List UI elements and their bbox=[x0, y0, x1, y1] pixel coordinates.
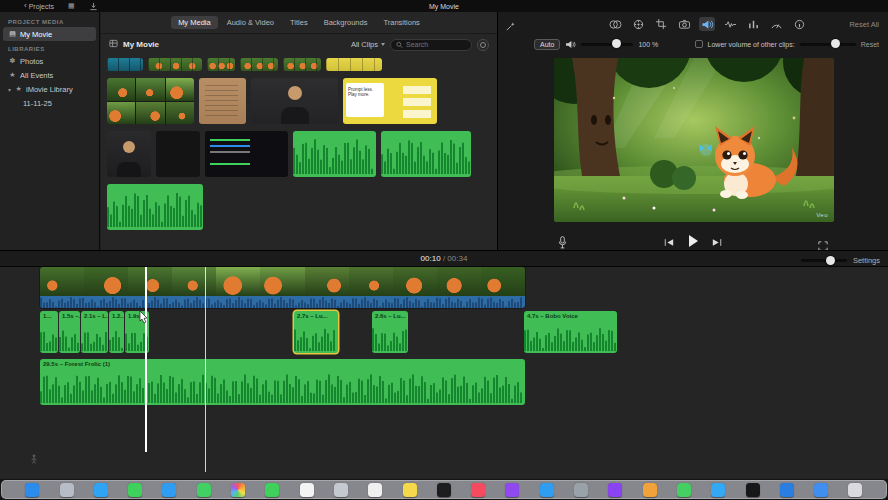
noise-reduction-icon[interactable] bbox=[722, 17, 738, 31]
dock-icon-numbers[interactable] bbox=[677, 483, 691, 497]
media-thumbnail-webcam[interactable] bbox=[251, 78, 338, 124]
media-thumbnail-strip-fox[interactable] bbox=[283, 58, 321, 71]
dock-icon-maps[interactable] bbox=[197, 483, 211, 497]
media-thumbnail-slides[interactable]: Prompt less. Play more. bbox=[343, 78, 437, 124]
dock-icon-calendar[interactable] bbox=[300, 483, 314, 497]
dock-icon-imovie[interactable] bbox=[608, 483, 622, 497]
dock-icon-facetime[interactable] bbox=[265, 483, 279, 497]
dock-icon-downloads[interactable] bbox=[814, 483, 828, 497]
dock-icon-music[interactable] bbox=[471, 483, 485, 497]
lower-volume-checkbox[interactable] bbox=[695, 40, 703, 48]
timeline[interactable]: 1...1.5s –...2.1s – L...1.2...1.9s...2.7… bbox=[0, 267, 888, 480]
sidebar-item-all-events[interactable]: ★All Events bbox=[3, 68, 96, 82]
info-icon[interactable] bbox=[791, 17, 807, 31]
clips-filter-dropdown[interactable]: All Clips bbox=[351, 40, 385, 49]
search-box[interactable] bbox=[390, 39, 472, 51]
media-thumbnail-audio[interactable] bbox=[381, 131, 471, 177]
dock-icon-settings[interactable] bbox=[574, 483, 588, 497]
lower-volume-knob[interactable] bbox=[831, 39, 840, 48]
media-thumbnail-fox-grid[interactable] bbox=[107, 78, 194, 124]
dock-icon-tv[interactable] bbox=[437, 483, 451, 497]
reset-button[interactable]: Reset bbox=[861, 41, 879, 48]
tab-titles[interactable]: Titles bbox=[283, 16, 315, 29]
crop-icon[interactable] bbox=[653, 17, 669, 31]
timeline-audio-clip[interactable]: 1... bbox=[40, 311, 58, 353]
dock-icon-safari[interactable] bbox=[94, 483, 108, 497]
media-thumbnail-strip-fox[interactable] bbox=[240, 58, 278, 71]
sidebar-item-my-movie[interactable]: ▤My Movie bbox=[3, 27, 96, 41]
timeline-music-clip[interactable]: 29.5s – Forest Frolic (1) bbox=[40, 359, 525, 405]
sidebar-item-photos[interactable]: ✽Photos bbox=[3, 54, 96, 68]
equalizer-icon[interactable] bbox=[745, 17, 761, 31]
thumb-row bbox=[107, 58, 497, 71]
media-thumbnail-strip-blue[interactable] bbox=[107, 58, 143, 71]
media-thumbnail-man[interactable] bbox=[107, 131, 151, 177]
projects-back-label: Projects bbox=[29, 3, 54, 10]
timeline-audio-clip[interactable]: 1.2... bbox=[109, 311, 124, 353]
timeline-skimmer[interactable] bbox=[205, 267, 206, 472]
dock-icon-mail[interactable] bbox=[162, 483, 176, 497]
dock-icon-terminal[interactable] bbox=[746, 483, 760, 497]
dock-icon-xcode[interactable] bbox=[780, 483, 794, 497]
tab-transitions[interactable]: Transitions bbox=[376, 16, 426, 29]
dock-icon-contacts[interactable] bbox=[334, 483, 348, 497]
timeline-audio-clip[interactable]: 2.6s – Lu... bbox=[372, 311, 408, 353]
dock-icon-podcasts[interactable] bbox=[505, 483, 519, 497]
tab-backgrounds[interactable]: Backgrounds bbox=[317, 16, 375, 29]
dock-icon-launchpad[interactable] bbox=[60, 483, 74, 497]
dock-icon-appstore[interactable] bbox=[540, 483, 554, 497]
projects-back-button[interactable]: ‹ Projects bbox=[24, 2, 54, 10]
sidebar-item-11-11-25[interactable]: 11-11-25 bbox=[3, 96, 96, 110]
dock-icon-finder[interactable] bbox=[25, 483, 39, 497]
search-input[interactable] bbox=[406, 41, 466, 48]
timeline-audio-clip[interactable]: 2.7s – Lu... bbox=[294, 311, 338, 353]
play-button[interactable] bbox=[688, 233, 698, 251]
auto-button[interactable]: Auto bbox=[534, 39, 560, 50]
timeline-audio-clip[interactable]: 2.1s – L... bbox=[81, 311, 108, 353]
timeline-audio-clip[interactable]: 4.7s – Bobo Voice bbox=[524, 311, 617, 353]
dock-icon-trash[interactable] bbox=[848, 483, 862, 497]
tab-my-media[interactable]: My Media bbox=[171, 16, 218, 29]
dock-icon-notes[interactable] bbox=[403, 483, 417, 497]
dock-icon-reminders[interactable] bbox=[368, 483, 382, 497]
media-browser-icon[interactable]: ▦ bbox=[68, 2, 75, 10]
dock-icon-pages[interactable] bbox=[643, 483, 657, 497]
dock-icon-messages[interactable] bbox=[128, 483, 142, 497]
timeline-audio-clip[interactable]: 1.5s –... bbox=[59, 311, 80, 353]
speed-icon[interactable] bbox=[768, 17, 784, 31]
volume-icon[interactable] bbox=[699, 17, 715, 31]
media-thumbnail-black[interactable] bbox=[156, 131, 200, 177]
reset-all-button[interactable]: Reset All bbox=[849, 20, 879, 29]
magic-wand-icon[interactable] bbox=[505, 18, 516, 36]
color-balance-icon[interactable] bbox=[607, 17, 623, 31]
color-correction-icon[interactable] bbox=[630, 17, 646, 31]
settings-button[interactable]: Settings bbox=[853, 256, 880, 265]
zoom-slider-knob[interactable] bbox=[826, 256, 835, 265]
filter-circle-icon[interactable] bbox=[477, 39, 489, 51]
chevron-down-icon[interactable]: ▾ bbox=[8, 86, 11, 93]
dock-icon-keynote[interactable] bbox=[711, 483, 725, 497]
media-thumbnail-doc[interactable] bbox=[199, 78, 246, 124]
dock-icon-photos[interactable] bbox=[231, 483, 245, 497]
grid-toggle-icon[interactable] bbox=[109, 39, 118, 50]
media-thumbnail-screen[interactable] bbox=[205, 131, 288, 177]
stabilization-icon[interactable] bbox=[676, 17, 692, 31]
volume-slider-knob[interactable] bbox=[612, 39, 621, 48]
skip-back-button[interactable] bbox=[664, 233, 674, 251]
sidebar-item-imovie-library[interactable]: ▾★iMovie Library bbox=[3, 82, 96, 96]
tab-audio-video[interactable]: Audio & Video bbox=[220, 16, 281, 29]
import-icon[interactable] bbox=[89, 2, 98, 11]
media-thumbnail-strip-fox[interactable] bbox=[148, 58, 202, 71]
volume-slider[interactable] bbox=[581, 43, 633, 46]
media-thumbnail-audio[interactable] bbox=[107, 184, 203, 230]
timeline-playhead[interactable] bbox=[145, 267, 147, 452]
media-thumbnail-strip-fox[interactable] bbox=[207, 58, 235, 71]
lower-volume-slider[interactable] bbox=[800, 43, 856, 46]
sidebar-sections: PROJECT MEDIA▤My MovieLIBRARIES✽Photos★A… bbox=[0, 14, 99, 110]
timeline-video-clip[interactable] bbox=[40, 267, 525, 308]
zoom-slider[interactable] bbox=[801, 259, 847, 262]
skip-forward-button[interactable] bbox=[712, 233, 722, 251]
timeline-video-audio-track bbox=[40, 296, 525, 308]
media-thumbnail-audio[interactable] bbox=[293, 131, 376, 177]
media-thumbnail-strip-yellow[interactable] bbox=[326, 58, 382, 71]
